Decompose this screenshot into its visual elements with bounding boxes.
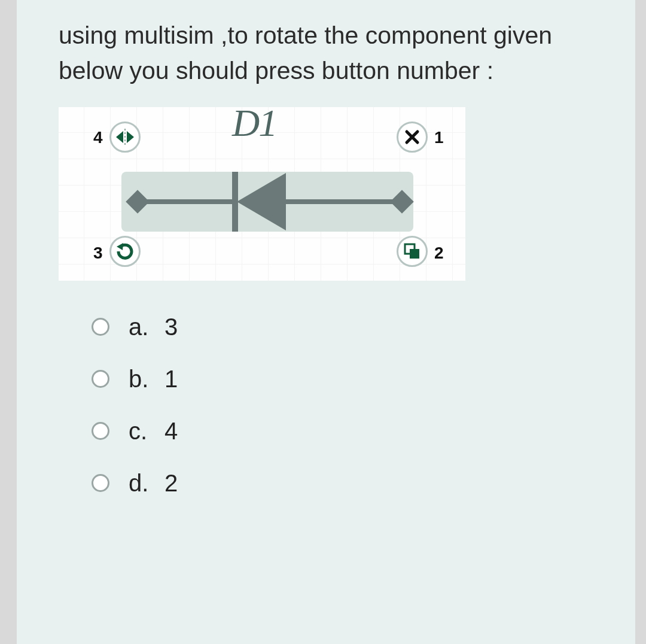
svg-marker-5 [127, 131, 134, 143]
choice-b[interactable]: b. 1 [92, 366, 602, 393]
handle-label-1: 1 [434, 128, 444, 147]
copy-button[interactable] [397, 236, 428, 267]
choice-text: 2 [164, 470, 178, 497]
svg-rect-3 [285, 199, 298, 204]
question-card: using multisim ,to rotate the component … [17, 0, 635, 644]
answer-choices: a. 3 b. 1 c. 4 d. 2 [92, 314, 602, 497]
svg-marker-9 [117, 243, 123, 250]
choice-a[interactable]: a. 3 [92, 314, 602, 341]
copy-icon [404, 243, 420, 260]
rotate-icon [115, 241, 135, 262]
component-label: D1 [232, 101, 276, 145]
wire-left [136, 199, 238, 204]
delete-button[interactable] [397, 121, 428, 153]
choice-letter: c. [129, 418, 164, 445]
choice-c[interactable]: c. 4 [92, 418, 602, 445]
choice-d[interactable]: d. 2 [92, 470, 602, 497]
svg-rect-2 [226, 199, 237, 204]
choice-letter: b. [129, 366, 164, 393]
handle-label-3: 3 [93, 244, 103, 263]
handle-label-2: 2 [434, 244, 444, 263]
close-icon [404, 129, 420, 145]
choice-text: 3 [164, 314, 178, 341]
svg-marker-4 [116, 131, 123, 143]
radio-d[interactable] [92, 474, 109, 492]
component-diagram: D1 4 1 [59, 107, 465, 281]
radio-a[interactable] [92, 318, 109, 336]
choice-text: 4 [164, 418, 178, 445]
rotate-button[interactable] [109, 236, 141, 267]
radio-b[interactable] [92, 370, 109, 388]
choice-letter: a. [129, 314, 164, 341]
handle-label-4: 4 [93, 128, 103, 147]
choice-letter: d. [129, 470, 164, 497]
svg-rect-11 [410, 249, 419, 259]
flip-horizontal-button[interactable] [109, 121, 141, 153]
question-prompt: using multisim ,to rotate the component … [59, 18, 602, 89]
radio-c[interactable] [92, 422, 109, 440]
choice-text: 1 [164, 366, 178, 393]
wire-right [283, 199, 403, 204]
svg-marker-0 [237, 173, 286, 230]
flip-horizontal-icon [116, 129, 134, 145]
diode-icon [226, 172, 298, 232]
